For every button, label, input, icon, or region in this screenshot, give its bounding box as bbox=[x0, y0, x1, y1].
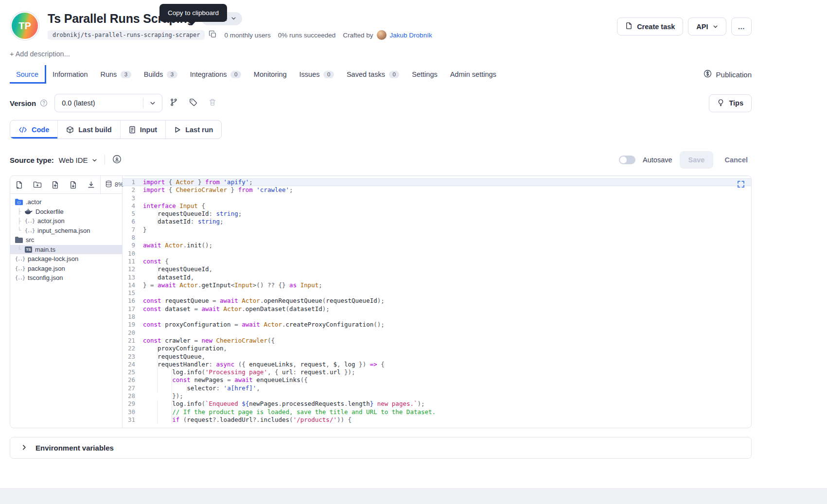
tag-button[interactable] bbox=[185, 95, 201, 111]
code-editor[interactable]: 1import { Actor } from 'apify';2import {… bbox=[123, 176, 751, 428]
tree-item-label: tsconfig.json bbox=[28, 274, 63, 281]
download-icon bbox=[87, 181, 95, 189]
more-actions-button[interactable]: … bbox=[731, 17, 752, 35]
publication-button[interactable]: Publication bbox=[704, 70, 752, 79]
tree-item-dockerfile[interactable]: ├Dockerfile bbox=[10, 207, 122, 217]
line-number: 21 bbox=[123, 337, 143, 345]
code-line[interactable]: 3 bbox=[123, 194, 751, 202]
code-line[interactable]: 31 if (request?.loadedUrl?.includes('/pr… bbox=[123, 416, 751, 424]
help-icon[interactable] bbox=[40, 99, 48, 107]
autosave-toggle[interactable] bbox=[619, 156, 635, 164]
code-line[interactable]: 23 requestQueue, bbox=[123, 353, 751, 361]
lightbulb-icon bbox=[717, 99, 724, 108]
tree-item-actor.json[interactable]: ├{..}actor.json bbox=[10, 216, 122, 226]
code-line[interactable]: 11const { bbox=[123, 258, 751, 265]
code-line[interactable]: 9await Actor.init(); bbox=[123, 242, 751, 249]
code-line[interactable]: 28 }); bbox=[123, 392, 751, 400]
play-icon bbox=[174, 126, 181, 133]
view-tab-input[interactable]: Input bbox=[120, 121, 165, 139]
tree-item-main.ts[interactable]: └TSmain.ts bbox=[10, 245, 122, 255]
line-number: 22 bbox=[123, 345, 143, 352]
code-line[interactable]: 8 bbox=[123, 234, 751, 242]
tab-builds[interactable]: Builds3 bbox=[138, 65, 184, 84]
tree-item-package-lock.json[interactable]: {..}package-lock.json bbox=[10, 254, 122, 264]
delete-version-button[interactable] bbox=[204, 95, 221, 111]
code-line[interactable]: 30 // If the product page is loaded, sav… bbox=[123, 408, 751, 416]
code-line[interactable]: 19const proxyConfiguration = await Actor… bbox=[123, 321, 751, 329]
tab-saved-tasks[interactable]: Saved tasks0 bbox=[340, 65, 405, 84]
code-line[interactable]: 16const requestQueue = await Actor.openR… bbox=[123, 297, 751, 305]
code-line[interactable]: 5 requestQueueId: string; bbox=[123, 210, 751, 218]
add-description-button[interactable]: + Add description... bbox=[10, 50, 70, 58]
code-line[interactable]: 14} = await Actor.getInput<Input>() ?? {… bbox=[123, 281, 751, 289]
fullscreen-icon bbox=[737, 180, 745, 190]
new-folder-button[interactable] bbox=[28, 176, 46, 193]
save-button[interactable]: Save bbox=[680, 151, 714, 169]
cancel-button[interactable]: Cancel bbox=[721, 156, 752, 164]
environment-variables-section[interactable]: Environment variables bbox=[10, 437, 752, 459]
code-line[interactable]: 10 bbox=[123, 250, 751, 258]
tree-item-src[interactable]: src bbox=[10, 235, 122, 245]
tab-bar: SourceInformationRuns3Builds3Integration… bbox=[10, 65, 752, 84]
code-line[interactable]: 1import { Actor } from 'apify'; bbox=[123, 178, 751, 186]
code-line[interactable]: 7} bbox=[123, 226, 751, 234]
git-branch-button[interactable] bbox=[165, 95, 182, 111]
tab-source[interactable]: Source bbox=[10, 65, 45, 84]
tab-information[interactable]: Information bbox=[46, 65, 94, 84]
tab-runs[interactable]: Runs3 bbox=[94, 65, 138, 84]
version-select[interactable]: 0.0 (latest) bbox=[54, 94, 162, 112]
code-line[interactable]: 25 log.info('Processing page', { url: re… bbox=[123, 368, 751, 376]
code-line[interactable]: 12 requestQueueId, bbox=[123, 265, 751, 273]
new-file-button[interactable] bbox=[10, 176, 28, 193]
tab-integrations[interactable]: Integrations0 bbox=[184, 65, 247, 84]
code-line[interactable]: 2import { CheerioCrawler } from 'crawlee… bbox=[123, 186, 751, 194]
line-number: 6 bbox=[123, 218, 143, 226]
code-line[interactable]: 22 proxyConfiguration, bbox=[123, 345, 751, 352]
code-line[interactable]: 21const crawler = new CheerioCrawler({ bbox=[123, 337, 751, 345]
file-panel: 8% {}.actor├Dockerfile├{..}actor.json└{.… bbox=[10, 176, 123, 428]
code-line[interactable]: 20 bbox=[123, 329, 751, 337]
api-button[interactable]: API bbox=[688, 17, 726, 35]
source-type-select[interactable]: Web IDE bbox=[59, 156, 97, 164]
download-source-button[interactable] bbox=[112, 155, 122, 165]
tree-item-tsconfig.json[interactable]: {..}tsconfig.json bbox=[10, 273, 122, 283]
tree-item-input-schema.json[interactable]: └{..}input_schema.json bbox=[10, 226, 122, 236]
code-line[interactable]: 4interface Input { bbox=[123, 202, 751, 210]
copy-button[interactable] bbox=[209, 30, 217, 40]
code-line[interactable]: 15 bbox=[123, 289, 751, 297]
tab-admin-settings[interactable]: Admin settings bbox=[444, 65, 503, 84]
tree-item-.actor[interactable]: {}.actor bbox=[10, 197, 122, 207]
create-task-button[interactable]: Create task bbox=[617, 17, 683, 35]
tab-issues[interactable]: Issues0 bbox=[293, 65, 340, 84]
tips-button[interactable]: Tips bbox=[709, 94, 752, 112]
download-circle-icon bbox=[112, 155, 122, 165]
download-button[interactable] bbox=[82, 176, 100, 193]
code-line[interactable]: 26 const newPages = await enqueueLinks({ bbox=[123, 376, 751, 384]
view-tab-code[interactable]: Code bbox=[10, 121, 57, 139]
code-line[interactable]: 6 datasetId: string; bbox=[123, 218, 751, 226]
tab-monitoring[interactable]: Monitoring bbox=[247, 65, 293, 84]
code-line[interactable]: 29 log.info(`Enqueued ${newPages.process… bbox=[123, 400, 751, 408]
monthly-users-stat: 0 monthly users bbox=[224, 32, 270, 39]
view-tab-last-build[interactable]: Last build bbox=[57, 121, 120, 139]
view-tab-last-run[interactable]: Last run bbox=[165, 121, 221, 139]
code-line[interactable]: 13 datasetId, bbox=[123, 274, 751, 281]
version-value: 0.0 (latest) bbox=[55, 99, 143, 107]
environment-variables-label: Environment variables bbox=[35, 444, 114, 452]
code-line[interactable]: 18 bbox=[123, 313, 751, 321]
fullscreen-button[interactable] bbox=[737, 180, 745, 190]
line-number: 24 bbox=[123, 361, 143, 368]
storage-icon bbox=[105, 180, 112, 189]
code-line[interactable]: 27 selector: 'a[href]', bbox=[123, 384, 751, 392]
tab-settings[interactable]: Settings bbox=[405, 65, 443, 84]
code-line[interactable]: 24 requestHandler: async ({ enqueueLinks… bbox=[123, 361, 751, 368]
tree-item-package.json[interactable]: {..}package.json bbox=[10, 264, 122, 274]
line-number: 18 bbox=[123, 313, 143, 321]
line-number: 31 bbox=[123, 416, 143, 424]
code-line[interactable]: 17const dataset = await Actor.openDatase… bbox=[123, 305, 751, 313]
tab-count-badge: 0 bbox=[323, 71, 334, 78]
upload-file-button[interactable] bbox=[46, 176, 64, 193]
import-file-button[interactable] bbox=[64, 176, 82, 193]
line-number: 4 bbox=[123, 202, 143, 210]
author-link[interactable]: Jakub Drobník bbox=[390, 32, 432, 39]
